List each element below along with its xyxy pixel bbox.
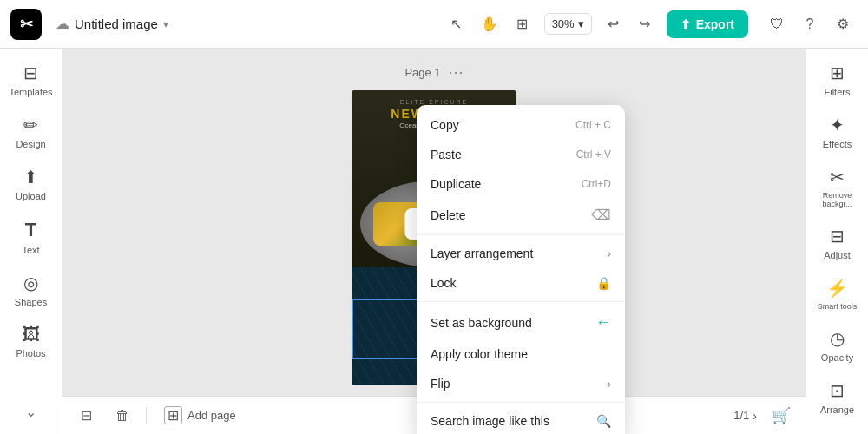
file-title: Untitled image <box>75 16 158 31</box>
topbar-right-icons: 🛡 ? ⚙ <box>762 10 858 39</box>
right-sidebar-effects[interactable]: ✦ Effects <box>812 108 864 156</box>
right-sidebar-remove-bg[interactable]: ✂ Remove backgr... <box>812 160 864 215</box>
shapes-label: Shapes <box>15 297 47 307</box>
menu-item-color-theme[interactable]: Apply color theme <box>417 339 625 369</box>
undo-button[interactable]: ↩ <box>599 10 628 39</box>
cart-button[interactable]: 🛒 <box>767 402 795 430</box>
title-chevron-icon[interactable]: ▾ <box>163 18 168 30</box>
arrange-icon: ⊡ <box>830 380 845 401</box>
sidebar-item-design[interactable]: ✏ Design <box>5 108 57 156</box>
bottom-trash-button[interactable]: 🗑 <box>109 403 135 429</box>
design-icon: ✏ <box>23 115 38 135</box>
shapes-icon: ◎ <box>23 273 38 293</box>
redo-button[interactable]: ↪ <box>630 10 660 39</box>
layout-tool-button[interactable]: ⊞ <box>508 10 537 39</box>
delete-label: Delete <box>431 208 465 222</box>
sidebar-more[interactable]: ⌄ <box>5 397 57 427</box>
undo-redo-group: ↩ ↪ <box>599 10 660 39</box>
sidebar-item-photos[interactable]: 🖼 Photos <box>5 318 57 365</box>
settings-icon: ⚙ <box>837 16 849 32</box>
help-button[interactable]: ? <box>795 10 825 39</box>
page-label: Page 1 <box>404 66 440 79</box>
menu-item-flip[interactable]: Flip › <box>417 369 625 398</box>
sidebar-item-upload[interactable]: ⬆ Upload <box>5 160 57 208</box>
sidebar-item-text[interactable]: T Text <box>5 212 57 262</box>
arrange-label: Arrange <box>820 404 854 415</box>
right-sidebar-filters[interactable]: ⊞ Filters <box>812 56 864 104</box>
search-image-label: Search image like this <box>431 414 549 428</box>
shield-icon: 🛡 <box>770 16 784 32</box>
text-icon: T <box>25 219 36 241</box>
upload-label: Upload <box>16 191 46 201</box>
hand-icon: ✋ <box>481 16 498 32</box>
bottom-trash-icon: 🗑 <box>115 408 129 424</box>
filters-label: Filters <box>825 87 851 97</box>
canvas-area[interactable]: Page 1 ⋯ ELITE EPICURE NEW TASTE Ocean S… <box>62 49 806 434</box>
add-page-icon: ⊞ <box>164 406 182 424</box>
context-menu: Copy Ctrl + C Paste Ctrl + V Duplicate C… <box>417 105 625 434</box>
page-next-button[interactable]: › <box>753 409 757 423</box>
select-tool-button[interactable]: ↖ <box>442 10 471 39</box>
effects-label: Effects <box>823 139 852 149</box>
page-options-icon: ⋯ <box>448 62 464 82</box>
photos-icon: 🖼 <box>23 325 40 345</box>
color-theme-label: Apply color theme <box>431 347 528 361</box>
tool-group: ↖ ✋ ⊞ <box>442 10 537 39</box>
menu-item-delete[interactable]: Delete ⌫ <box>417 199 625 231</box>
effects-icon: ✦ <box>830 115 845 135</box>
photos-label: Photos <box>16 348 45 358</box>
copy-label: Copy <box>431 118 459 132</box>
flip-arrow-icon: › <box>607 377 611 391</box>
templates-icon: ⊟ <box>23 62 38 83</box>
menu-item-duplicate[interactable]: Duplicate Ctrl+D <box>417 169 625 199</box>
set-bg-label: Set as background <box>431 316 532 330</box>
select-icon: ↖ <box>450 16 462 32</box>
add-page-label: Add page <box>187 409 236 422</box>
zoom-value: 30% <box>552 17 575 30</box>
undo-icon: ↩ <box>608 16 619 32</box>
restaurant-name: ELITE EPICURE <box>360 99 508 105</box>
title-area: ☁ Untitled image ▾ <box>56 16 168 32</box>
right-sidebar-opacity[interactable]: ◷ Opacity <box>812 321 864 370</box>
topbar: ✂ ☁ Untitled image ▾ ↖ ✋ ⊞ 30% ▾ ↩ ↪ ⬆ E… <box>0 0 868 49</box>
paste-shortcut: Ctrl + V <box>576 148 611 161</box>
menu-separator-3 <box>417 402 625 403</box>
copy-shortcut: Ctrl + C <box>575 119 611 131</box>
add-page-button[interactable]: ⊞ Add page <box>157 403 243 428</box>
logo-icon: ✂ <box>20 15 33 34</box>
zoom-control[interactable]: 30% ▾ <box>544 13 592 35</box>
hand-tool-button[interactable]: ✋ <box>475 10 504 39</box>
shield-button[interactable]: 🛡 <box>762 10 792 39</box>
sidebar-item-shapes[interactable]: ◎ Shapes <box>5 266 57 314</box>
delete-shortcut: ⌫ <box>591 207 611 223</box>
menu-item-search[interactable]: Search image like this 🔍 <box>417 406 625 434</box>
right-sidebar: ⊞ Filters ✦ Effects ✂ Remove backgr... ⊟… <box>806 49 868 434</box>
menu-item-set-bg[interactable]: Set as background ← <box>417 306 625 339</box>
cloud-icon: ☁ <box>56 16 69 32</box>
duplicate-label: Duplicate <box>431 177 481 191</box>
menu-item-lock[interactable]: Lock 🔒 <box>417 268 625 298</box>
smart-icon: ⚡ <box>826 278 848 299</box>
opacity-icon: ◷ <box>830 328 845 349</box>
sidebar-item-templates[interactable]: ⊟ Templates <box>5 56 57 104</box>
menu-separator-2 <box>417 301 625 302</box>
bottom-copy-button[interactable]: ⊟ <box>73 403 99 429</box>
layer-arrow-icon: › <box>607 247 611 260</box>
right-sidebar-arrange[interactable]: ⊡ Arrange <box>812 373 864 422</box>
menu-item-layer[interactable]: Layer arrangement › <box>417 239 625 268</box>
paste-label: Paste <box>431 148 462 161</box>
settings-button[interactable]: ⚙ <box>828 10 858 39</box>
lock-label: Lock <box>431 276 457 290</box>
logo-button[interactable]: ✂ <box>10 9 42 40</box>
redo-icon: ↪ <box>639 16 650 32</box>
search-icon: 🔍 <box>596 414 611 428</box>
text-label: Text <box>22 245 39 255</box>
right-sidebar-adjust[interactable]: ⊟ Adjust <box>812 219 864 267</box>
menu-item-paste[interactable]: Paste Ctrl + V <box>417 140 625 169</box>
menu-item-copy[interactable]: Copy Ctrl + C <box>417 110 625 140</box>
export-upload-icon: ⬆ <box>681 17 691 31</box>
export-button[interactable]: ⬆ Export <box>667 10 748 38</box>
right-sidebar-smart[interactable]: ⚡ Smart tools <box>812 271 864 318</box>
left-sidebar: ⊟ Templates ✏ Design ⬆ Upload T Text ◎ S… <box>0 49 62 434</box>
menu-separator-1 <box>417 234 625 235</box>
